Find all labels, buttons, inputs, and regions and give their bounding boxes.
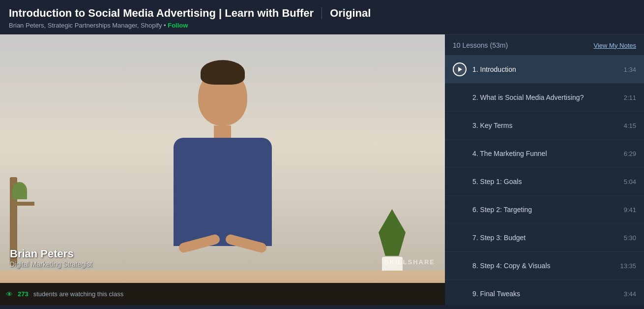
lesson-panel-header: 10 Lessons (53m) View My Notes	[445, 34, 644, 56]
lesson-duration: 9:41	[624, 206, 636, 214]
shelf-horizontal	[10, 202, 34, 206]
watching-text: students are watching this class	[33, 290, 124, 298]
lesson-number-space	[453, 259, 467, 273]
lesson-title: 5. Step 1: Goals	[472, 178, 624, 185]
follow-button[interactable]: Follow	[168, 22, 188, 29]
video-player[interactable]: Brian Peters Digital Marketing Strategis…	[0, 34, 445, 305]
presenter-figure	[144, 69, 301, 276]
lesson-count: 10 Lessons (53m)	[453, 41, 508, 49]
lesson-item[interactable]: 5. Step 1: Goals5:04	[445, 168, 644, 196]
lesson-duration: 2:11	[624, 94, 636, 101]
video-frame: Brian Peters Digital Marketing Strategis…	[0, 34, 445, 305]
lesson-number-space	[453, 175, 467, 188]
lesson-number-space	[453, 91, 467, 104]
lesson-number-space	[453, 147, 467, 160]
instructor-overlay: Brian Peters Digital Marketing Strategis…	[10, 247, 92, 268]
lesson-number-space	[453, 287, 467, 301]
header-divider	[322, 7, 322, 19]
lesson-duration: 3:44	[624, 290, 636, 298]
lesson-duration: 6:29	[624, 150, 636, 157]
shelf-plant	[12, 182, 27, 199]
person-neck	[214, 125, 231, 138]
lesson-item[interactable]: 6. Step 2: Targeting9:41	[445, 196, 644, 224]
skillshare-watermark: SKILLSHARE	[384, 258, 435, 266]
instructor-name-overlay: Brian Peters	[10, 247, 92, 260]
instructor-subtitle: Brian Peters, Strategic Partnerships Man…	[9, 22, 635, 29]
left-arm	[177, 233, 220, 253]
lesson-duration: 1:34	[624, 66, 636, 73]
lesson-title: 9. Final Tweaks	[472, 290, 624, 298]
lesson-item[interactable]: 1. Introduction1:34	[445, 56, 644, 84]
eye-icon: 👁	[6, 290, 13, 298]
play-triangle-icon	[458, 67, 462, 72]
lesson-number-space	[453, 231, 467, 245]
course-title: Introduction to Social Media Advertising…	[9, 7, 314, 20]
lesson-item[interactable]: 9. Final Tweaks3:44	[445, 280, 644, 305]
lesson-title: 8. Step 4: Copy & Visuals	[472, 262, 620, 270]
right-arm	[224, 233, 267, 253]
main-content: Brian Peters Digital Marketing Strategis…	[0, 34, 644, 305]
lesson-number-space	[453, 119, 467, 132]
lesson-item[interactable]: 8. Step 4: Copy & Visuals13:35	[445, 252, 644, 280]
watching-count: 273	[18, 290, 29, 298]
instructor-credit: Brian Peters, Strategic Partnerships Man…	[9, 22, 162, 29]
lesson-item[interactable]: 3. Key Terms4:15	[445, 112, 644, 140]
lesson-title: 3. Key Terms	[472, 122, 624, 129]
lesson-title: 4. The Marketing Funnel	[472, 150, 624, 157]
instructor-title-overlay: Digital Marketing Strategist	[10, 260, 92, 268]
lesson-item[interactable]: 7. Step 3: Budget5:30	[445, 224, 644, 252]
subtitle-dot: •	[164, 22, 168, 29]
lesson-item[interactable]: 4. The Marketing Funnel6:29	[445, 140, 644, 168]
lesson-duration: 5:04	[624, 178, 636, 185]
person-body	[174, 138, 272, 246]
lesson-number-space	[453, 203, 467, 216]
lesson-title: 7. Step 3: Budget	[472, 234, 624, 242]
plant-leaves	[379, 209, 406, 256]
lesson-duration: 4:15	[624, 122, 636, 129]
page-header: Introduction to Social Media Advertising…	[0, 0, 644, 34]
lesson-item[interactable]: 2. What is Social Media Advertising?2:11	[445, 84, 644, 112]
video-bottom-bar: 👁 273 students are watching this class	[0, 283, 445, 305]
person-head	[198, 69, 247, 125]
view-notes-link[interactable]: View My Notes	[594, 42, 636, 49]
lesson-title: 2. What is Social Media Advertising?	[472, 93, 624, 101]
lesson-duration: 13:35	[620, 262, 636, 270]
lesson-list: 1. Introduction1:342. What is Social Med…	[445, 56, 644, 305]
lesson-duration: 5:30	[624, 234, 636, 242]
lesson-title: 6. Step 2: Targeting	[472, 206, 624, 214]
original-badge: Original	[330, 7, 371, 20]
play-icon	[453, 62, 467, 76]
lesson-title: 1. Introduction	[472, 65, 624, 73]
lesson-panel: 10 Lessons (53m) View My Notes 1. Introd…	[445, 34, 644, 305]
